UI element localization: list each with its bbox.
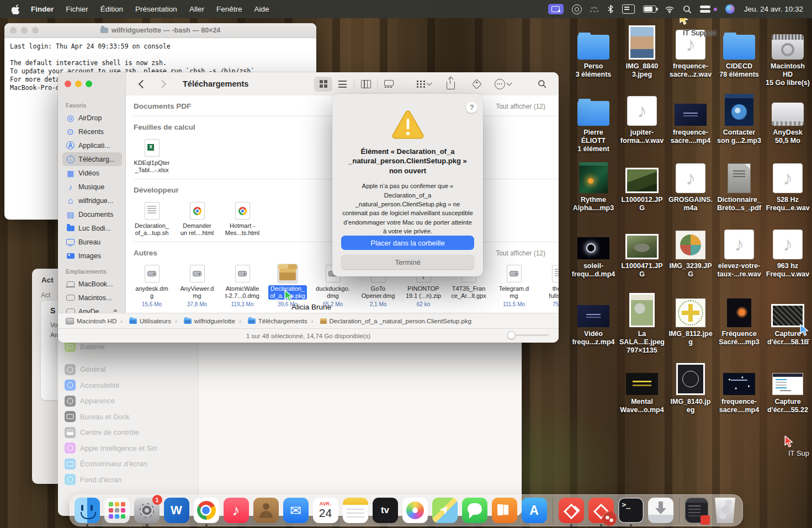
- path-segment[interactable]: Declaration_of_a _natural_person.ClientS…: [307, 318, 472, 324]
- desktop-icon[interactable]: GROSGAINS. m4a: [666, 161, 715, 212]
- sidebar-item[interactable]: MacBook...: [62, 277, 122, 291]
- dock-item[interactable]: [402, 498, 428, 523]
- desktop-icon[interactable]: IMG_8840 3.jpeg: [618, 28, 666, 87]
- file[interactable]: KDEql1pQter _Tabl...-.xlsx: [129, 138, 174, 174]
- close-button[interactable]: [65, 81, 71, 87]
- menu-item[interactable]: Fenêtre: [210, 5, 248, 13]
- sidebar-item[interactable]: Télécharg...: [62, 152, 122, 166]
- menu-bar-clock[interactable]: Jeu. 24 avr. 10:32: [744, 5, 803, 13]
- desktop-icon[interactable]: Pierre ÉLIOTT 1 élément: [569, 94, 618, 153]
- desktop-icon[interactable]: IMG_8112.jpe g: [666, 295, 715, 354]
- control-center-icon[interactable]: [700, 6, 710, 13]
- dock-item[interactable]: [648, 498, 673, 523]
- sidebar-item[interactable]: Récents: [62, 125, 122, 138]
- path-segment[interactable]: Téléchargements: [235, 318, 307, 324]
- wifi-icon[interactable]: [665, 6, 675, 13]
- desktop-icon[interactable]: frequence- sacre....mp4: [666, 94, 715, 153]
- siri-icon[interactable]: [725, 4, 735, 14]
- view-grid-button[interactable]: [314, 77, 332, 92]
- desktop-icon[interactable]: CIDECD 78 éléments: [715, 28, 763, 87]
- battery-icon[interactable]: [643, 6, 656, 13]
- settings-sidebar-item[interactable]: Fond d'écran: [65, 472, 193, 488]
- dock-item[interactable]: [283, 498, 309, 523]
- desktop-icon[interactable]: IMG_3239.JP G: [666, 227, 715, 279]
- menu-item[interactable]: Aide: [248, 5, 275, 13]
- dock-item[interactable]: [462, 498, 487, 523]
- file[interactable]: Declaration_ of_a...tup.sh: [129, 201, 174, 237]
- input-source-icon[interactable]: [622, 4, 635, 14]
- dock-item[interactable]: AVR. 24: [313, 498, 338, 523]
- settings-sidebar-item[interactable]: Bureau et Dock: [65, 409, 193, 425]
- screen-sharing-icon[interactable]: [548, 4, 564, 14]
- sidebar-item[interactable]: Vidéos: [62, 166, 122, 180]
- settings-sidebar-item[interactable]: Économiseur d'écran: [65, 456, 193, 472]
- share-button[interactable]: [442, 77, 460, 92]
- settings-sidebar-item[interactable]: Accessibilité: [65, 377, 193, 393]
- path-segment[interactable]: Utilisateurs: [116, 318, 171, 324]
- dock-item[interactable]: [588, 498, 614, 523]
- dock-item[interactable]: [75, 498, 100, 523]
- sidebar-item[interactable]: Bureau: [62, 235, 122, 249]
- dock-item[interactable]: [194, 498, 219, 523]
- settings-sidebar-item[interactable]: Apparence: [65, 393, 193, 409]
- forward-button[interactable]: [153, 77, 171, 92]
- dock-item[interactable]: [522, 498, 547, 523]
- desktop-icon[interactable]: Capture d'écr....55.22: [763, 363, 812, 414]
- file[interactable]: Hotmart - Mes...ts.html: [220, 201, 265, 237]
- desktop-icon[interactable]: frequence- sacre....mp4: [715, 363, 763, 414]
- minimize-button[interactable]: [75, 81, 82, 87]
- path-segment[interactable]: wilfridguerlotte: [171, 318, 235, 324]
- view-gallery-button[interactable]: [380, 77, 398, 92]
- dock-item[interactable]: [343, 498, 368, 523]
- group-by-button[interactable]: [415, 77, 433, 92]
- desktop-icon[interactable]: Dictionnaire_ Breto...s_.pdf: [715, 161, 763, 212]
- more-actions-button[interactable]: [493, 77, 512, 92]
- dock-item[interactable]: [492, 498, 517, 523]
- desktop-icon[interactable]: IMG_8140.jp eg: [666, 363, 715, 414]
- file[interactable]: them fullst...it 759 k: [537, 264, 559, 307]
- view-columns-button[interactable]: [357, 77, 375, 92]
- sidebar-item[interactable]: AirDrop: [62, 111, 122, 125]
- file[interactable]: AtomicWalle t-2.7...0.dmg 119,3 Mo: [220, 264, 265, 307]
- desktop-icon[interactable]: La SALA...E.jpeg 797×1135: [618, 295, 666, 354]
- file[interactable]: AnyViewer.d mg 37,8 Mo: [174, 264, 220, 307]
- menu-item[interactable]: Présentation: [129, 5, 183, 13]
- dock-item[interactable]: [713, 498, 738, 523]
- sidebar-item[interactable]: Documents: [62, 207, 122, 221]
- desktop-icon[interactable]: 963 hz Frequ...v.wav: [763, 227, 812, 279]
- desktop-icon[interactable]: 528 Hz Frequ...e.wav: [763, 161, 812, 212]
- menu-item[interactable]: Édition: [94, 5, 129, 13]
- help-button[interactable]: ?: [466, 102, 477, 113]
- settings-sidebar-item[interactable]: Général: [65, 362, 193, 378]
- desktop-icon[interactable]: Perso 3 éléments: [569, 28, 618, 87]
- file[interactable]: Demander un rel....html: [174, 201, 220, 237]
- desktop-icon[interactable]: soleil- frequ...d.mp4: [569, 227, 618, 279]
- dock-item[interactable]: [104, 498, 130, 523]
- menu-item[interactable]: Aller: [183, 5, 210, 13]
- show-all-link[interactable]: Tout afficher (12): [496, 103, 545, 110]
- desktop-icon[interactable]: Vidéo frequ...z.mp4: [569, 295, 618, 354]
- menu-item[interactable]: Fichier: [60, 5, 94, 13]
- show-all-link[interactable]: Tout afficher (12): [496, 249, 545, 257]
- desktop-icon[interactable]: elevez-votre- taux-...re.wav: [715, 227, 763, 279]
- desktop-icon[interactable]: Macintosh HD 15 Go libre(s): [763, 28, 812, 87]
- settings-sidebar-item[interactable]: Apple Intelligence et Siri: [65, 440, 193, 456]
- dock-item[interactable]: [253, 498, 279, 523]
- desktop-icon[interactable]: AnyDesk 50,5 Mo: [763, 94, 812, 153]
- sidebar-item[interactable]: Musique: [62, 180, 122, 194]
- dock-item[interactable]: [373, 498, 398, 523]
- keyboard-brightness-icon[interactable]: [590, 6, 599, 13]
- back-button[interactable]: [134, 77, 152, 92]
- creative-cloud-icon[interactable]: [572, 4, 582, 14]
- done-button[interactable]: Terminé: [341, 255, 474, 269]
- sidebar-item[interactable]: Applicati...: [62, 138, 122, 152]
- desktop-icon[interactable]: jupiter- forma...v.wav: [618, 94, 666, 153]
- desktop-icon[interactable]: Contacter son g...2.mp3: [715, 94, 763, 153]
- dock-item[interactable]: 1: [134, 498, 160, 523]
- apple-menu[interactable]: [11, 4, 19, 14]
- dock-item[interactable]: [685, 498, 708, 523]
- file[interactable]: anydesk.dm g 15,6 Mo: [129, 264, 174, 307]
- sidebar-item[interactable]: wilfridgue...: [62, 194, 122, 207]
- sidebar-item[interactable]: Luc Bodi...: [62, 221, 122, 235]
- dock-item[interactable]: [224, 498, 249, 523]
